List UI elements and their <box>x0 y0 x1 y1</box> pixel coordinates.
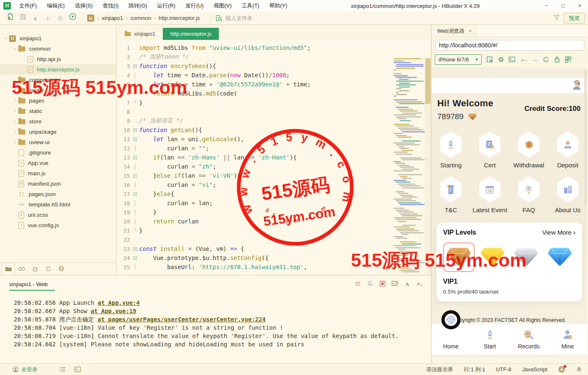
breadcrumb-item[interactable]: common <box>130 15 151 21</box>
device-selector[interactable]: iPhone 6/7/8▼ <box>435 54 482 65</box>
tree-chevron-icon[interactable]: › <box>12 140 18 145</box>
login-status[interactable]: 未登录 <box>21 366 37 373</box>
menu-item-7[interactable]: 视图(V) <box>208 0 236 12</box>
menu-item-6[interactable]: 发行(U) <box>180 0 208 12</box>
minimize-button[interactable]: − <box>538 0 555 12</box>
tree-item-app-vue[interactable]: VApp.vue <box>0 158 116 168</box>
tree-item-static[interactable]: ›static <box>0 106 116 116</box>
tree-item--gitignore[interactable]: .gitignore <box>0 147 116 158</box>
breadcrumb-item[interactable]: http.interceptor.js <box>159 15 200 21</box>
menu-item-2[interactable]: 选择(S) <box>70 0 98 12</box>
favorite-star-icon[interactable]: ☆ <box>54 12 66 25</box>
feature-about-us[interactable]: About Us <box>548 176 587 213</box>
new-file-icon[interactable] <box>4 12 17 25</box>
feature-starting[interactable]: Starting <box>431 131 470 169</box>
vip-gem-bronze[interactable] <box>443 243 475 272</box>
menu-item-5[interactable]: 运行(R) <box>152 0 180 12</box>
collapse-icon[interactable]: ∧ <box>401 281 414 287</box>
log-source-link[interactable]: at App.vue:19 <box>91 308 136 314</box>
menu-item-4[interactable]: 跳转(G) <box>124 0 152 12</box>
terminal-status-icon[interactable] <box>74 367 81 372</box>
tree-chevron-icon[interactable]: › <box>13 46 18 51</box>
nav-home[interactable]: Home <box>431 324 470 355</box>
save-icon[interactable] <box>17 12 29 25</box>
tree-item-store[interactable]: ›store <box>0 116 116 127</box>
preview-button[interactable]: 预览 <box>564 13 585 24</box>
browser-console-icon[interactable] <box>507 56 518 62</box>
log-source-link[interactable]: at pages/userPages/userCenter/userCenter… <box>98 316 266 323</box>
tree-item-components[interactable]: ›components <box>0 75 116 85</box>
tree-chevron-icon[interactable]: › <box>12 119 18 124</box>
tree-item-uview-ui[interactable]: ›uview-ui <box>0 137 116 147</box>
tree-chevron-icon[interactable]: › <box>12 88 18 93</box>
tree-item-http-interceptor-js[interactable]: Jhttp.interceptor.js <box>0 64 116 75</box>
browser-refresh-icon[interactable] <box>540 56 551 63</box>
fold-marker-icon[interactable] <box>132 156 138 159</box>
lock-icon[interactable] <box>551 56 563 63</box>
home-target-icon[interactable] <box>441 310 461 329</box>
feature-withdrawal[interactable]: Withdrawal <box>510 131 549 169</box>
tree-chevron-icon[interactable]: › <box>12 129 18 134</box>
fold-marker-icon[interactable] <box>132 137 138 141</box>
new-terminal-icon[interactable] <box>389 281 401 288</box>
encoding-status[interactable]: UTF-8 <box>496 366 511 373</box>
fold-marker-icon[interactable] <box>132 192 138 196</box>
console-tab[interactable]: xinjiapo1 - Web <box>9 278 55 291</box>
cursor-position[interactable]: 行:1 列:1 <box>464 366 485 373</box>
menu-item-0[interactable]: 文件(F) <box>14 0 42 12</box>
tree-item-uni-scss[interactable]: Suni.scss <box>0 210 116 220</box>
editor-scrollbar[interactable] <box>425 58 431 275</box>
viewport-scrollbar[interactable] <box>584 69 587 206</box>
nav-records[interactable]: Records <box>510 324 549 355</box>
navigate-forward-icon[interactable]: › <box>42 12 54 25</box>
restart-icon[interactable] <box>364 280 376 288</box>
tree-item-template-h5-html[interactable]: <>template.h5.html <box>0 199 116 210</box>
feature-t-c[interactable]: T&C <box>431 176 470 213</box>
bell-icon[interactable] <box>576 366 582 373</box>
maximize-button[interactable]: □ <box>555 0 571 12</box>
update-download-icon[interactable] <box>558 366 565 373</box>
browser-settings-icon[interactable]: ⚙ <box>495 56 507 64</box>
scrollbar-thumb[interactable] <box>425 58 431 104</box>
menu-item-9[interactable]: 帮助(Y) <box>264 0 292 12</box>
tree-item-http-api-js[interactable]: Jhttp.api.js <box>0 54 116 64</box>
feature-deposit[interactable]: Deposit <box>548 131 587 169</box>
tree-item-manifest-json[interactable]: ⚙manifest.json <box>0 179 116 189</box>
fold-marker-icon[interactable] <box>132 256 138 260</box>
fold-marker-icon[interactable] <box>132 247 138 251</box>
vip-gem-blue[interactable] <box>544 243 576 272</box>
navigate-back-icon[interactable]: ‹ <box>29 12 42 25</box>
menu-item-3[interactable]: 查找(I) <box>98 0 123 12</box>
syntax-lib-status[interactable]: 语法提示库 <box>426 366 453 373</box>
tree-item-pages[interactable]: ›pages <box>0 96 116 106</box>
feature-latest-event[interactable]: Latest Event <box>470 176 510 213</box>
tree-item-pages-json[interactable]: [ ]pages.json <box>0 189 116 199</box>
fold-marker-icon[interactable] <box>132 174 138 178</box>
tree-item-main-js[interactable]: Jmain.js <box>0 168 116 179</box>
tree-item-common[interactable]: ›common <box>0 44 116 54</box>
minimap[interactable] <box>394 58 424 275</box>
tree-chevron-icon[interactable]: › <box>12 98 18 103</box>
close-tab-icon[interactable]: × <box>469 28 472 34</box>
language-mode[interactable]: JavaScript <box>522 366 547 373</box>
menu-item-1[interactable]: 编辑(E) <box>42 0 70 12</box>
close-button[interactable]: × <box>571 0 588 12</box>
nav-start[interactable]: Start <box>470 324 510 355</box>
tree-item-xinjiapo1[interactable]: ›Uxinjiapo1 <box>0 33 116 44</box>
tree-chevron-icon[interactable]: › <box>12 77 18 82</box>
debug-icon[interactable] <box>351 280 364 288</box>
view-more-link[interactable]: View More› <box>542 228 576 237</box>
browser-tab[interactable]: Web浏览器 × <box>431 25 476 37</box>
search-input[interactable] <box>225 15 549 21</box>
browser-forward-icon[interactable]: → <box>529 55 540 64</box>
refresh-tab-icon[interactable] <box>42 263 55 275</box>
log-source-link[interactable]: at App.vue:4 <box>98 299 140 306</box>
stop-icon[interactable] <box>376 281 389 288</box>
editor-tab-http-interceptor-js[interactable]: http.interceptor.js <box>163 28 219 40</box>
debug-tab-icon[interactable] <box>28 263 42 275</box>
search-tab-icon[interactable] <box>15 263 28 275</box>
tree-chevron-icon[interactable]: › <box>12 108 18 113</box>
web-tab-icon[interactable] <box>55 263 68 275</box>
qr-code-icon[interactable] <box>563 56 574 63</box>
vip-gem-silver[interactable] <box>510 243 542 272</box>
